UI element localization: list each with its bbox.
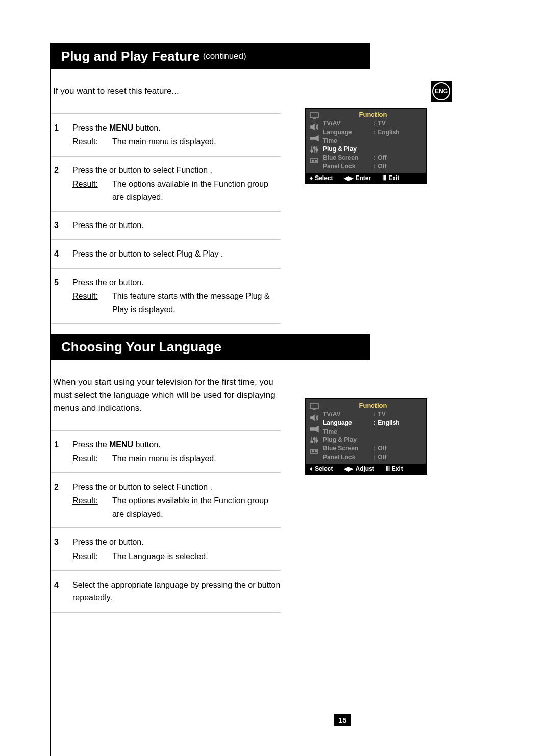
osd-item-label: TV/AV [323, 410, 374, 419]
osd-hint-select: ♦Select [310, 465, 333, 472]
step-instruction: Press the or button. [72, 219, 281, 232]
section-subtitle: (continued) [203, 51, 246, 61]
result-label: Result: [72, 292, 98, 300]
osd-item-label: Blue Screen [323, 154, 374, 162]
steps-list: 1Press the MENU button.Result:The main m… [51, 113, 281, 324]
step: 1Press the MENU button.Result:The main m… [51, 121, 281, 148]
step-number: 4 [51, 578, 72, 604]
osd-item-value: : English [374, 419, 405, 427]
osd-icon-column [306, 399, 323, 464]
osd-sound-icon [309, 123, 319, 131]
step: 4Press the or button to select Plug & Pl… [51, 247, 281, 261]
osd-menu-item: TV/AV: TV [323, 119, 423, 128]
osd-item-value: : Off [374, 154, 405, 162]
osd-item-label: Language [323, 419, 374, 427]
osd-footer: ♦Select ◀▶Enter ⅢExit [306, 173, 426, 183]
svg-point-22 [312, 451, 314, 452]
step-instruction: Select the appropriate language by press… [72, 578, 281, 604]
result-label: Result: [72, 454, 98, 463]
step-body: Press the MENU button.Result:The main me… [72, 438, 281, 465]
osd-menu-item: Plug & Play [323, 436, 423, 444]
step-number: 5 [51, 276, 72, 316]
step: 4Select the appropriate language by pres… [51, 578, 281, 604]
result-text: The options available in the Function gr… [112, 494, 281, 520]
step-instruction: Press the or button. [72, 276, 281, 289]
result-text: This feature starts with the message Plu… [112, 290, 281, 316]
osd-body: Function TV/AV: TVLanguage: EnglishTimeP… [306, 399, 426, 464]
step-number: 4 [51, 247, 72, 261]
osd-item-value: : Off [374, 453, 405, 462]
osd-item-value [374, 145, 405, 154]
osd-content: Function TV/AV: TVLanguage: EnglishTimeP… [323, 109, 426, 173]
language-badge: ENG [431, 81, 452, 102]
osd-item-label: Panel Lock [323, 453, 374, 462]
step: 3Press the or button. [51, 219, 281, 232]
osd-item-value: : Off [374, 162, 405, 171]
svg-point-19 [313, 438, 315, 440]
svg-point-8 [313, 147, 315, 149]
osd-hint-enter: ◀▶Enter [344, 174, 371, 182]
step-instruction: Press the or button to select Function . [72, 481, 281, 494]
osd-hint-exit: ⅢExit [386, 465, 403, 472]
result-label: Result: [72, 552, 98, 561]
step-body: Press the or button.Result:This feature … [72, 276, 281, 316]
result-label: Result: [72, 137, 98, 146]
osd-item-value: : TV [374, 410, 405, 419]
osd-function-1: Function TV/AV: TVLanguage: EnglishTimeP… [305, 108, 427, 184]
result-text: The Language is selected. [112, 550, 281, 563]
osd-menu-item: Language: English [323, 128, 423, 137]
osd-menu-title: Function [323, 401, 423, 409]
section-intro: If you want to reset this feature... [51, 69, 370, 98]
step-body: Press the MENU button.Result:The main me… [72, 121, 281, 148]
svg-rect-2 [310, 113, 318, 118]
svg-point-7 [311, 150, 313, 152]
section-title: Choosing Your Language [61, 339, 221, 355]
osd-menu-title: Function [323, 111, 423, 118]
svg-point-23 [315, 451, 317, 452]
osd-item-label: Blue Screen [323, 444, 374, 453]
osd-item-label: Panel Lock [323, 162, 374, 171]
osd-picture-icon [309, 402, 319, 411]
step: 1Press the MENU button.Result:The main m… [51, 438, 281, 465]
step-instruction: Press the or button to select Plug & Pla… [72, 247, 281, 261]
section-intro: When you start using your television for… [51, 360, 291, 415]
svg-point-20 [316, 440, 318, 442]
osd-item-label: Language [323, 128, 374, 137]
osd-item-label: TV/AV [323, 119, 374, 128]
svg-point-9 [316, 149, 318, 151]
osd-item-label: Plug & Play [323, 436, 374, 444]
osd-menu-item: Panel Lock: Off [323, 162, 423, 171]
osd-menu-item: Panel Lock: Off [323, 453, 423, 462]
step-body: Select the appropriate language by press… [72, 578, 281, 604]
osd-body: Function TV/AV: TVLanguage: EnglishTimeP… [306, 109, 426, 173]
osd-channel-icon [309, 134, 319, 142]
svg-text:ENG: ENG [435, 88, 448, 95]
osd-icon-column [306, 109, 323, 173]
osd-item-value [374, 427, 405, 436]
osd-menu-item: Blue Screen: Off [323, 154, 423, 162]
section-title-bar: Choosing Your Language [51, 334, 370, 360]
step-instruction: Press the MENU button. [72, 121, 281, 135]
osd-sound-icon [309, 414, 319, 422]
step-instruction: Press the or button to select Function . [72, 164, 281, 177]
step-number: 2 [51, 164, 72, 204]
osd-footer: ♦Select ◀▶Adjust ⅢExit [306, 464, 426, 474]
step-number: 1 [51, 121, 72, 148]
section-title-bar: Plug and Play Feature (continued) [51, 43, 370, 69]
svg-rect-13 [310, 404, 318, 409]
osd-item-value [374, 137, 405, 145]
result-label: Result: [72, 180, 98, 188]
osd-item-label: Time [323, 137, 374, 145]
step-number: 3 [51, 219, 72, 232]
step-body: Press the or button to select Function .… [72, 164, 281, 204]
osd-function-icon [309, 145, 319, 154]
step: 2Press the or button to select Function … [51, 481, 281, 521]
osd-item-label: Time [323, 427, 374, 436]
step-body: Press the or button. [72, 219, 281, 232]
step: 5Press the or button.Result:This feature… [51, 276, 281, 316]
osd-setup-icon [309, 447, 319, 456]
osd-hint-select: ♦Select [310, 174, 333, 182]
osd-menu-item: Time [323, 137, 423, 145]
result-text: The options available in the Function gr… [112, 178, 281, 204]
result-text: The main menu is displayed. [112, 135, 281, 148]
